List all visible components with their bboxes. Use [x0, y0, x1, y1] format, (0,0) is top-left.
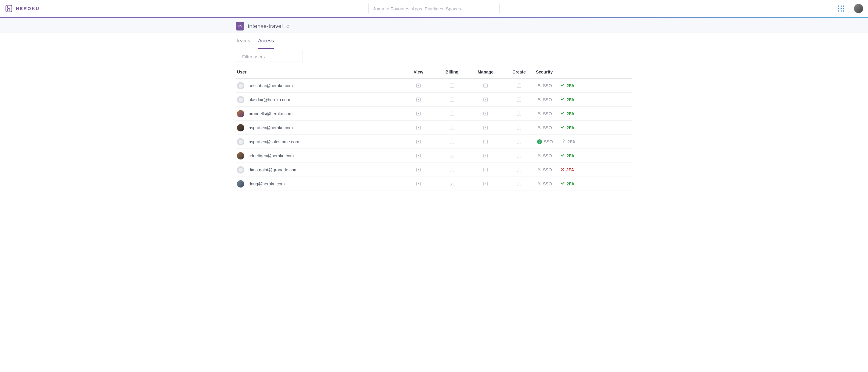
sso-status: SSO	[537, 125, 552, 130]
user-cell: bspratlen@heroku.com	[237, 124, 402, 131]
user-avatar	[237, 180, 244, 188]
perm-view-checkbox[interactable]	[416, 126, 421, 130]
check-icon	[561, 83, 565, 88]
perm-manage-checkbox[interactable]	[484, 168, 488, 172]
user-cell: aescobar@heroku.com	[237, 82, 402, 89]
sso-status: SSO	[537, 83, 552, 88]
security-cell: ?SSO2FA	[536, 139, 628, 144]
tfa-status: 2FA	[561, 97, 575, 102]
security-cell: SSO2FA	[536, 181, 628, 186]
security-cell: SSO2FA	[536, 111, 628, 116]
perm-create-checkbox[interactable]	[517, 154, 521, 158]
perm-create-checkbox[interactable]	[517, 140, 521, 144]
perm-view-checkbox[interactable]	[416, 112, 421, 116]
perm-billing-checkbox[interactable]	[450, 140, 454, 144]
tab-access[interactable]: Access	[258, 33, 274, 49]
security-cell: SSO2FA	[536, 83, 628, 88]
table-row[interactable]: aescobar@heroku.comSSO2FA	[236, 79, 632, 93]
perm-view-checkbox[interactable]	[416, 98, 421, 102]
x-icon	[537, 97, 541, 102]
perm-manage-checkbox[interactable]	[484, 182, 488, 186]
column-headers: User View Billing Manage Create Security	[236, 65, 632, 79]
user-email: bspratlen@heroku.com	[249, 125, 293, 130]
perm-view-checkbox[interactable]	[416, 182, 421, 186]
tfa-status: 2FA	[561, 167, 574, 172]
tfa-status: 2FA	[561, 83, 575, 88]
sso-status: SSO	[537, 97, 552, 102]
filter-users-input[interactable]	[242, 54, 301, 59]
filter-users-field[interactable]	[236, 51, 303, 62]
perm-view-checkbox[interactable]	[416, 168, 421, 172]
perm-billing-checkbox[interactable]	[450, 98, 454, 102]
table-row[interactable]: brunnells@heroku.comSSO2FA	[236, 107, 632, 121]
perm-billing-checkbox[interactable]	[450, 84, 454, 88]
table-row[interactable]: cdueltgen@heroku.comSSO2FA	[236, 149, 632, 163]
user-email: bspratlen@salesforce.com	[249, 140, 299, 144]
perm-manage-checkbox[interactable]	[484, 98, 488, 102]
table-row[interactable]: bspratlen@heroku.comSSO2FA	[236, 121, 632, 135]
context-switcher[interactable]: In intense-travel	[236, 18, 632, 33]
user-cell: bspratlen@salesforce.com	[237, 138, 402, 146]
brand-logo[interactable]: HEROKU	[5, 5, 40, 12]
col-billing: Billing	[435, 69, 469, 74]
sso-status: SSO	[537, 153, 552, 158]
x-icon	[561, 167, 564, 172]
x-icon	[537, 83, 541, 88]
user-cell: cdueltgen@heroku.com	[237, 152, 402, 159]
tab-bar: Teams Access	[236, 33, 632, 49]
perm-manage-checkbox[interactable]	[484, 126, 488, 130]
user-email: aescobar@heroku.com	[249, 83, 293, 88]
check-icon	[561, 111, 565, 116]
table-row[interactable]: doug@heroku.comSSO2FA	[236, 177, 632, 191]
check-icon	[561, 125, 565, 130]
user-email: doug@heroku.com	[249, 181, 285, 186]
perm-create-checkbox[interactable]	[517, 182, 521, 186]
perm-view-checkbox[interactable]	[416, 140, 421, 144]
user-email: dima.galat@gronade.com	[249, 167, 298, 172]
brand-name: HEROKU	[16, 6, 40, 11]
table-row[interactable]: alasdair@heroku.comSSO2FA	[236, 93, 632, 107]
chevron-up-down-icon	[286, 24, 289, 28]
svg-point-11	[563, 142, 564, 143]
perm-manage-checkbox[interactable]	[484, 140, 488, 144]
table-row[interactable]: dima.galat@gronade.comSSO2FA	[236, 163, 632, 177]
perm-billing-checkbox[interactable]	[450, 182, 454, 186]
context-badge: In	[236, 22, 244, 30]
tfa-status: 2FA	[561, 111, 575, 116]
check-icon	[561, 97, 565, 102]
x-icon	[537, 125, 541, 130]
user-avatar	[237, 96, 244, 103]
perm-manage-checkbox[interactable]	[484, 84, 488, 88]
perm-create-checkbox[interactable]	[517, 168, 521, 172]
perm-billing-checkbox[interactable]	[450, 112, 454, 116]
check-icon	[561, 181, 565, 186]
col-create: Create	[502, 69, 536, 74]
perm-create-checkbox[interactable]	[517, 98, 521, 102]
user-email: brunnells@heroku.com	[249, 111, 292, 116]
user-email: alasdair@heroku.com	[249, 97, 290, 102]
sso-status: ?SSO	[537, 140, 553, 144]
col-user: User	[237, 69, 402, 74]
app-launcher-icon[interactable]	[838, 5, 844, 11]
user-email: cdueltgen@heroku.com	[249, 153, 294, 158]
perm-create-checkbox[interactable]	[517, 112, 521, 116]
account-avatar[interactable]	[854, 4, 863, 13]
table-row[interactable]: bspratlen@salesforce.com?SSO2FA	[236, 135, 632, 149]
tfa-status: 2FA	[561, 125, 575, 130]
perm-billing-checkbox[interactable]	[450, 154, 454, 158]
question-badge-icon: ?	[537, 140, 542, 144]
user-cell: doug@heroku.com	[237, 180, 402, 188]
context-name: intense-travel	[248, 23, 283, 30]
perm-create-checkbox[interactable]	[517, 84, 521, 88]
perm-manage-checkbox[interactable]	[484, 112, 488, 116]
global-search-input[interactable]	[368, 3, 500, 14]
perm-billing-checkbox[interactable]	[450, 168, 454, 172]
col-manage: Manage	[469, 69, 502, 74]
perm-create-checkbox[interactable]	[517, 126, 521, 130]
perm-view-checkbox[interactable]	[416, 84, 421, 88]
perm-view-checkbox[interactable]	[416, 154, 421, 158]
user-avatar	[237, 82, 244, 89]
perm-billing-checkbox[interactable]	[450, 126, 454, 130]
perm-manage-checkbox[interactable]	[484, 154, 488, 158]
tab-teams[interactable]: Teams	[236, 33, 250, 49]
